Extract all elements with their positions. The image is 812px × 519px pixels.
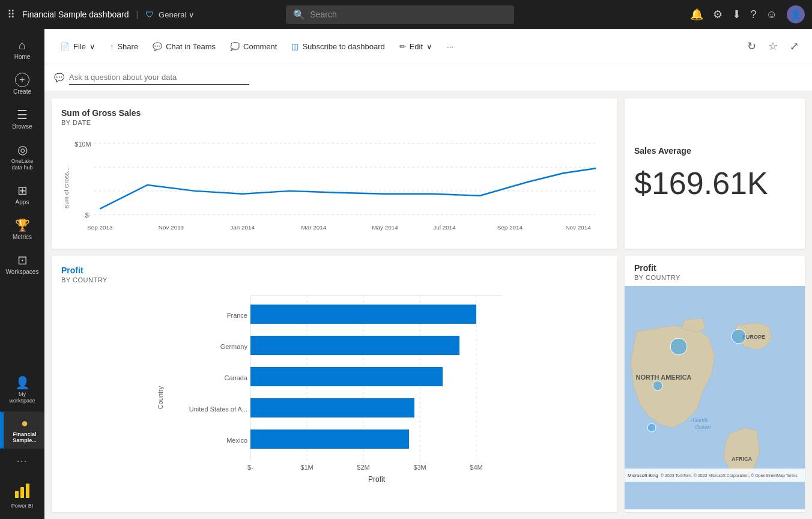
sidebar-item-powerbi[interactable]: Power BI: [2, 478, 43, 514]
qa-input[interactable]: [69, 70, 249, 85]
favorite-button[interactable]: ☆: [765, 36, 781, 56]
app-title: Financial Sample dashboard | 🛡 General ∨: [22, 10, 195, 19]
top-nav: ⠿ Financial Sample dashboard | 🛡 General…: [0, 0, 812, 29]
toolbar-right-icons: ↻ ☆ ⤢: [744, 36, 802, 56]
svg-text:France: France: [227, 312, 247, 319]
svg-rect-28: [250, 336, 459, 355]
sidebar-item-workspaces[interactable]: ⊡ Workspaces: [2, 248, 43, 281]
edit-button[interactable]: ✏ Edit ∨: [393, 38, 438, 55]
sidebar-label-browse: Browse: [12, 123, 32, 130]
sidebar: ⌂ Home + Create ☰ Browse ◎ OneLakedata h…: [0, 29, 44, 519]
svg-rect-0: [15, 491, 19, 498]
svg-rect-32: [250, 398, 414, 417]
line-chart-card: Sum of Gross Sales BY DATE $10M $- Sum o…: [52, 99, 617, 249]
svg-text:NORTH AMERICA: NORTH AMERICA: [635, 374, 691, 381]
sidebar-label-apps: Apps: [16, 199, 29, 206]
sidebar-item-financial[interactable]: ● FinancialSample...: [2, 411, 44, 449]
svg-text:May 2014: May 2014: [372, 224, 398, 231]
download-icon[interactable]: ⬇: [732, 8, 741, 21]
subscribe-button[interactable]: ◫ Subscribe to dashboard: [285, 38, 390, 55]
comment-button[interactable]: 💭 Comment: [224, 38, 283, 55]
search-input[interactable]: [310, 10, 507, 19]
svg-text:Jul 2014: Jul 2014: [433, 224, 456, 231]
svg-text:Germany: Germany: [220, 343, 248, 350]
svg-text:Mexico: Mexico: [226, 437, 247, 444]
file-icon: 📄: [60, 42, 70, 51]
sidebar-label-onelake: OneLakedata hub: [11, 158, 34, 171]
apps-grid-icon[interactable]: ⠿: [7, 8, 15, 21]
svg-text:Nov 2014: Nov 2014: [565, 224, 591, 231]
qa-bar: 💬: [44, 64, 812, 91]
my-workspace-icon: 👤: [15, 375, 30, 390]
map-container: NORTH AMERICA EUROPE AFRICA Atlantic Oce…: [625, 286, 805, 509]
browse-icon: ☰: [17, 108, 28, 122]
powerbi-icon: [14, 482, 31, 502]
title-divider: |: [136, 10, 138, 19]
sidebar-label-financial: FinancialSample...: [13, 431, 37, 445]
share-button[interactable]: ↑ Share: [104, 38, 144, 55]
svg-text:Sep 2014: Sep 2014: [497, 224, 523, 231]
search-bar[interactable]: 🔍: [286, 5, 514, 24]
svg-point-49: [653, 381, 662, 390]
svg-text:Mar 2014: Mar 2014: [301, 224, 327, 231]
onelake-icon: ◎: [17, 142, 28, 157]
refresh-button[interactable]: ↻: [744, 36, 760, 56]
teams-icon: 💬: [153, 42, 162, 51]
svg-text:Sep 2013: Sep 2013: [87, 224, 113, 231]
qa-icon: 💬: [54, 73, 64, 82]
more-icon: ···: [17, 456, 28, 466]
bar-chart-subtitle: BY COUNTRY: [61, 276, 608, 284]
help-icon[interactable]: ?: [751, 8, 757, 21]
svg-text:$10M: $10M: [74, 141, 91, 148]
workspaces-icon: ⊡: [17, 253, 28, 267]
notifications-icon[interactable]: 🔔: [690, 8, 703, 21]
content-area: 📄 File ∨ ↑ Share 💬 Chat in Teams 💭 Comme…: [44, 29, 812, 519]
svg-text:Atlantic: Atlantic: [690, 417, 709, 423]
bar-chart-svg: Country France Germany Cana: [61, 284, 608, 488]
chevron-down-icon: ∨: [189, 10, 195, 19]
sidebar-item-create[interactable]: + Create: [2, 68, 43, 100]
sales-avg-card: Sales Average $169.61K: [625, 99, 805, 249]
fullscreen-button[interactable]: ⤢: [786, 36, 802, 56]
svg-text:$4M: $4M: [470, 464, 482, 471]
sidebar-item-more[interactable]: ···: [2, 451, 43, 470]
sidebar-label-workspaces: Workspaces: [6, 269, 39, 276]
feedback-icon[interactable]: ☺: [766, 8, 777, 21]
sidebar-item-apps[interactable]: ⊞ Apps: [2, 178, 43, 211]
svg-text:United States of A...: United States of A...: [189, 405, 247, 413]
edit-icon: ✏: [399, 42, 406, 51]
svg-text:Country: Country: [157, 386, 164, 409]
file-button[interactable]: 📄 File ∨: [54, 38, 102, 55]
sales-avg-title: Sales Average: [634, 146, 691, 156]
svg-text:Profit: Profit: [368, 475, 386, 484]
sidebar-item-metrics[interactable]: 🏆 Metrics: [2, 213, 43, 246]
bar-chart-title: Profit: [61, 266, 608, 275]
metrics-icon: 🏆: [15, 218, 30, 232]
sidebar-item-my-workspace[interactable]: 👤 Myworkspace: [2, 371, 43, 409]
svg-text:$3M: $3M: [413, 464, 426, 471]
map-svg: NORTH AMERICA EUROPE AFRICA Atlantic Oce…: [625, 286, 805, 509]
more-icon: ···: [447, 42, 453, 51]
map-card: Profit BY COUNTRY: [625, 256, 805, 512]
sidebar-item-home[interactable]: ⌂ Home: [2, 34, 43, 65]
search-icon: 🔍: [293, 9, 305, 20]
map-card-header: Profit BY COUNTRY: [625, 256, 805, 286]
app-title-text: Financial Sample dashboard: [22, 10, 129, 19]
bar-chart-card: Profit BY COUNTRY Country France: [52, 256, 617, 512]
more-button[interactable]: ···: [441, 38, 459, 55]
line-chart-svg: $10M $- Sum of Gross... Sep 2013 Nov 201…: [61, 131, 608, 236]
settings-icon[interactable]: ⚙: [713, 8, 723, 21]
svg-text:$1M: $1M: [300, 464, 313, 471]
create-icon: +: [15, 73, 29, 87]
sidebar-label-my-workspace: Myworkspace: [9, 391, 35, 404]
avatar[interactable]: 👤: [787, 5, 805, 23]
edit-chevron: ∨: [426, 42, 432, 51]
sidebar-item-onelake[interactable]: ◎ OneLakedata hub: [2, 138, 43, 176]
svg-text:Nov 2013: Nov 2013: [159, 224, 184, 231]
svg-text:$-: $-: [85, 211, 91, 219]
svg-text:$2M: $2M: [357, 464, 369, 471]
general-button[interactable]: General ∨: [159, 10, 195, 19]
chat-in-teams-button[interactable]: 💬 Chat in Teams: [147, 38, 222, 55]
sidebar-item-browse[interactable]: ☰ Browse: [2, 103, 43, 135]
sidebar-label-metrics: Metrics: [13, 234, 32, 241]
